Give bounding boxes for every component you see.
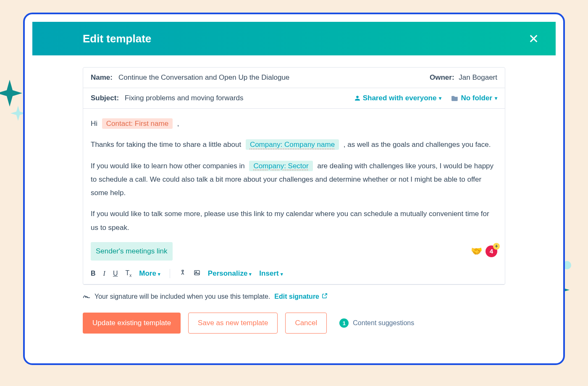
underline-button[interactable]: U	[113, 270, 118, 277]
paragraph-3: If you would like to talk some more, ple…	[91, 207, 497, 235]
paragraph-2: If you would like to learn how other com…	[91, 159, 497, 200]
update-template-button[interactable]: Update existing template	[83, 313, 181, 334]
svg-rect-1	[182, 270, 184, 271]
more-dropdown[interactable]: More▾	[139, 269, 160, 278]
email-body-editor[interactable]: Hi Contact: First name , Thanks for taki…	[83, 109, 505, 265]
folder-label: No folder	[461, 94, 492, 102]
template-card: Name: Continue the Conversation and Open…	[83, 67, 505, 285]
personalize-dropdown[interactable]: Personalize▾	[208, 269, 252, 278]
editor-toolbar: B I U Tx More▾	[83, 265, 505, 284]
shared-with-dropdown[interactable]: Shared with everyone ▾	[354, 94, 442, 102]
name-value[interactable]: Continue the Conversation and Open Up th…	[118, 73, 289, 82]
italic-button[interactable]: I	[103, 270, 105, 277]
link-tool-icon[interactable]	[179, 269, 186, 278]
cancel-button[interactable]: Cancel	[285, 313, 327, 334]
svg-rect-2	[194, 271, 200, 275]
subject-label: Subject:	[91, 94, 119, 102]
edit-template-modal: Edit template ✕ Name: Continue the Conve…	[32, 22, 556, 356]
chevron-down-icon: ▾	[281, 271, 283, 276]
paragraph-1: Thanks for taking the time to share a li…	[91, 138, 497, 151]
name-owner-row: Name: Continue the Conversation and Open…	[83, 68, 505, 88]
subject-value[interactable]: Fixing problems and moving forwards	[125, 94, 244, 102]
clear-formatting-button[interactable]: Tx	[125, 269, 131, 278]
text: , as well as the goals and challenges yo…	[344, 141, 491, 149]
token-company-name[interactable]: Company: Company name	[246, 139, 339, 150]
owner-value: Jan Bogaert	[459, 73, 497, 81]
handshake-icon[interactable]: 🤝	[471, 243, 482, 260]
chevron-down-icon: ▾	[495, 95, 497, 101]
save-as-new-button[interactable]: Save as new template	[188, 313, 278, 334]
signature-note: Your signature will be included when you…	[83, 292, 505, 301]
signature-text: Your signature will be included when you…	[94, 293, 270, 300]
editor-footer-row: Sender's meetings link 🤝 4	[91, 242, 497, 261]
external-link-icon	[322, 293, 328, 300]
chevron-down-icon: ▾	[158, 271, 160, 276]
personalize-label: Personalize	[208, 269, 248, 277]
close-icon[interactable]: ✕	[528, 31, 539, 46]
text: If you would like to learn how other com…	[91, 162, 247, 170]
name-label: Name:	[91, 73, 113, 82]
shared-label: Shared with everyone	[363, 94, 437, 102]
more-label: More	[139, 269, 156, 277]
suggestions-label: Content suggestions	[353, 319, 414, 327]
subject-row: Subject: Fixing problems and moving forw…	[83, 88, 505, 109]
text: Hi	[91, 120, 100, 128]
folder-dropdown[interactable]: No folder ▾	[452, 94, 497, 102]
content-suggestions[interactable]: 1 Content suggestions	[339, 318, 414, 328]
modal-title: Edit template	[83, 32, 151, 45]
bold-button[interactable]: B	[91, 270, 96, 277]
insert-label: Insert	[259, 269, 278, 277]
image-tool-icon[interactable]	[194, 269, 200, 278]
edit-signature-link[interactable]: Edit signature	[274, 293, 328, 300]
text: Thanks for taking the time to share a li…	[91, 141, 243, 149]
greeting-line: Hi Contact: First name ,	[91, 117, 497, 130]
token-contact-firstname[interactable]: Contact: First name	[102, 118, 173, 129]
notification-count-badge[interactable]: 4	[486, 245, 497, 257]
person-icon	[354, 95, 360, 101]
folder-icon	[452, 95, 458, 101]
suggestions-count-badge: 1	[339, 318, 349, 328]
chevron-down-icon: ▾	[249, 271, 252, 276]
insert-dropdown[interactable]: Insert▾	[259, 269, 283, 278]
signature-icon	[83, 292, 90, 301]
app-frame: Edit template ✕ Name: Continue the Conve…	[23, 13, 565, 365]
token-company-sector[interactable]: Company: Sector	[249, 161, 312, 171]
owner-label: Owner:	[430, 73, 454, 81]
modal-body: Name: Continue the Conversation and Open…	[32, 55, 556, 356]
text: ,	[177, 120, 179, 128]
toolbar-separator	[170, 269, 170, 278]
modal-footer: Update existing template Save as new tem…	[83, 313, 505, 334]
edit-signature-label: Edit signature	[274, 293, 319, 300]
modal-header: Edit template ✕	[32, 22, 556, 55]
chevron-down-icon: ▾	[439, 95, 441, 101]
token-meetings-link[interactable]: Sender's meetings link	[91, 242, 173, 261]
